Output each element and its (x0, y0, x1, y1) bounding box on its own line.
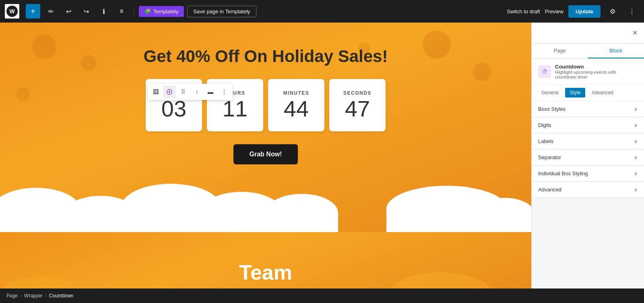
grab-now-button[interactable]: Grab Now! (233, 144, 298, 164)
accordion-separator-chevron: ∨ (634, 155, 638, 160)
accordion-box-styles-chevron: ∨ (634, 106, 638, 112)
accordion-advanced-header[interactable]: Advanced ∨ (532, 182, 644, 197)
main-area: 🖼 ⠿ ↕ ▬ ⋮ Get 40% Off On Holiday Sales! (0, 23, 644, 288)
countdown-box-minutes: MINUTES 44 (268, 79, 324, 131)
undo-button[interactable]: ↩ (61, 4, 76, 19)
seconds-label: SECONDS (343, 90, 372, 96)
toolbar-divider (134, 6, 134, 16)
minutes-label: MINUTES (283, 90, 310, 96)
templately-label: Templately (153, 8, 178, 15)
info-button[interactable]: ℹ (97, 4, 111, 19)
breadcrumb-wrapper[interactable]: Wrapper (24, 293, 43, 299)
accordion-box-styles-header[interactable]: Boxs Styles ∨ (532, 101, 644, 117)
templately-icon: 🧩 (144, 8, 151, 15)
preview-button[interactable]: Preview (545, 8, 564, 15)
settings-button[interactable]: ⚙ (605, 4, 620, 19)
block-toolbar-align-button[interactable]: ▬ (204, 85, 217, 98)
panel-close-button[interactable]: ✕ (632, 29, 638, 37)
hours-value: 11 (223, 98, 248, 120)
breadcrumb-bar: Page › Wrapper › Countdown (0, 288, 644, 303)
accordion-labels-header[interactable]: Labels ∨ (532, 133, 644, 149)
accordion-box-styles: Boxs Styles ∨ (532, 101, 644, 117)
tab-general[interactable]: General (537, 88, 564, 98)
block-info-text: Countdown Highlight upcoming events with… (555, 64, 638, 79)
accordion-individual-box-styling-label: Individual Box Styling (538, 170, 588, 176)
top-toolbar: W + ✏ ↩ ↪ ℹ ≡ 🧩 Templately Save page in … (0, 0, 644, 23)
bottom-clouds (0, 180, 531, 232)
block-toolbar-parent-button[interactable]: 🖼 (149, 85, 162, 98)
redo-button[interactable]: ↪ (79, 4, 93, 19)
cloud-5 (266, 194, 338, 232)
team-cloud-2 (390, 272, 491, 288)
accordion-separator-label: Separator (538, 154, 561, 160)
block-info: ⏱ Countdown Highlight upcoming events wi… (532, 59, 644, 85)
cloud-7 (475, 198, 531, 232)
countdown-box-seconds: SECONDS 47 (329, 79, 386, 131)
page-content: 🖼 ⠿ ↕ ▬ ⋮ Get 40% Off On Holiday Sales! (0, 23, 531, 288)
more-options-button[interactable]: ⋮ (625, 4, 639, 19)
accordion-separator: Separator ∨ (532, 149, 644, 166)
hero-section: 🖼 ⠿ ↕ ▬ ⋮ Get 40% Off On Holiday Sales! (0, 23, 531, 232)
accordion-labels: Labels ∨ (532, 133, 644, 149)
edit-button[interactable]: ✏ (43, 4, 58, 19)
wp-logo-inner: W (6, 6, 18, 17)
save-templately-button[interactable]: Save page in Templately (187, 6, 256, 17)
block-toolbar: 🖼 ⠿ ↕ ▬ ⋮ (148, 84, 232, 100)
svg-point-1 (169, 91, 170, 93)
breadcrumb-page[interactable]: Page (6, 293, 18, 299)
tab-style[interactable]: Style (565, 88, 586, 98)
accordion-separator-header[interactable]: Separator ∨ (532, 149, 644, 165)
team-cloud-1 (0, 276, 80, 288)
seconds-value: 47 (345, 98, 370, 120)
style-tabs: General Style Advanced (532, 85, 644, 101)
update-button[interactable]: Update (568, 5, 601, 18)
block-toolbar-more-button[interactable]: ⋮ (218, 85, 231, 98)
team-title: Team (239, 260, 292, 284)
breadcrumb-countdown: Countdown (49, 293, 74, 299)
right-panel: ✕ Page Block ⏱ Countdown Highlight upcom… (531, 23, 644, 288)
accordion-advanced: Advanced ∨ (532, 182, 644, 198)
accordion-digits-chevron: ∨ (634, 122, 638, 128)
deco-circle-3 (423, 31, 451, 59)
toolbar-right: Switch to draft Preview Update ⚙ ⋮ (507, 4, 639, 19)
block-toolbar-drag-button[interactable]: ⠿ (177, 85, 190, 98)
block-toolbar-select-button[interactable] (163, 85, 176, 98)
switch-draft-button[interactable]: Switch to draft (507, 8, 540, 15)
panel-header: ✕ (532, 23, 644, 44)
accordion-individual-box-styling-chevron: ∨ (634, 171, 638, 176)
accordion-individual-box-styling: Individual Box Styling ∨ (532, 166, 644, 182)
accordion-box-styles-label: Boxs Styles (538, 106, 566, 112)
block-info-description: Highlight upcoming events with countdown… (555, 70, 638, 79)
hero-title: Get 40% Off On Holiday Sales! (144, 47, 388, 66)
deco-circle-1 (32, 35, 56, 59)
accordion-labels-chevron: ∨ (634, 139, 638, 144)
deco-circle-4 (473, 63, 491, 81)
accordion-digits-label: Digits (538, 122, 551, 128)
deco-circle-2 (80, 55, 97, 71)
minutes-value: 44 (284, 98, 309, 120)
accordion-advanced-chevron: ∨ (634, 187, 638, 193)
accordion-digits-header[interactable]: Digits ∨ (532, 117, 644, 133)
days-value: 03 (161, 98, 186, 120)
accordion-individual-box-styling-header[interactable]: Individual Box Styling ∨ (532, 166, 644, 181)
block-type-icon: ⏱ (538, 65, 551, 78)
accordion-advanced-label: Advanced (538, 187, 561, 193)
accordion-digits: Digits ∨ (532, 117, 644, 133)
add-block-button[interactable]: + (26, 4, 40, 19)
panel-tabs: Page Block (532, 44, 644, 59)
tab-advanced[interactable]: Advanced (587, 88, 618, 98)
tab-block[interactable]: Block (588, 44, 644, 58)
panel-body: Boxs Styles ∨ Digits ∨ Labels ∨ Separato… (532, 101, 644, 288)
canvas-area: 🖼 ⠿ ↕ ▬ ⋮ Get 40% Off On Holiday Sales! (0, 23, 531, 288)
tab-page[interactable]: Page (532, 44, 588, 58)
accordion-labels-label: Labels (538, 138, 553, 144)
breadcrumb-sep-2: › (45, 293, 47, 299)
wordpress-logo[interactable]: W (5, 4, 19, 19)
list-view-button[interactable]: ≡ (114, 4, 129, 19)
templately-button[interactable]: 🧩 Templately (139, 6, 184, 17)
team-section: Team (0, 232, 531, 288)
deco-circle-5 (16, 87, 30, 101)
block-info-title: Countdown (555, 64, 638, 70)
block-toolbar-move-button[interactable]: ↕ (190, 85, 203, 98)
breadcrumb-sep-1: › (20, 293, 22, 299)
